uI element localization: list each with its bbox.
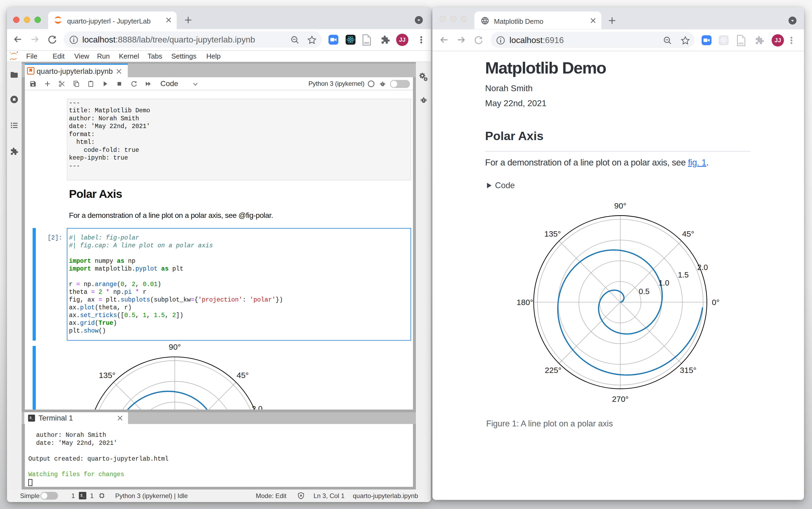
svg-text:45°: 45°: [682, 229, 694, 238]
svg-text:1.5: 1.5: [678, 271, 689, 279]
svg-text:135°: 135°: [99, 371, 115, 380]
svg-text:2.0: 2.0: [252, 405, 262, 410]
svg-text:1.0: 1.0: [659, 278, 669, 287]
svg-text:0.5: 0.5: [639, 287, 649, 296]
svg-text:2.0: 2.0: [697, 263, 708, 272]
svg-text:315°: 315°: [680, 366, 697, 375]
svg-text:0°: 0°: [712, 298, 719, 307]
svg-text:180°: 180°: [517, 298, 533, 307]
svg-text:45°: 45°: [237, 371, 249, 380]
svg-text:225°: 225°: [545, 366, 561, 375]
svg-text:270°: 270°: [612, 395, 629, 404]
svg-text:90°: 90°: [614, 201, 626, 210]
svg-text:135°: 135°: [544, 229, 561, 238]
svg-text:90°: 90°: [169, 342, 181, 351]
